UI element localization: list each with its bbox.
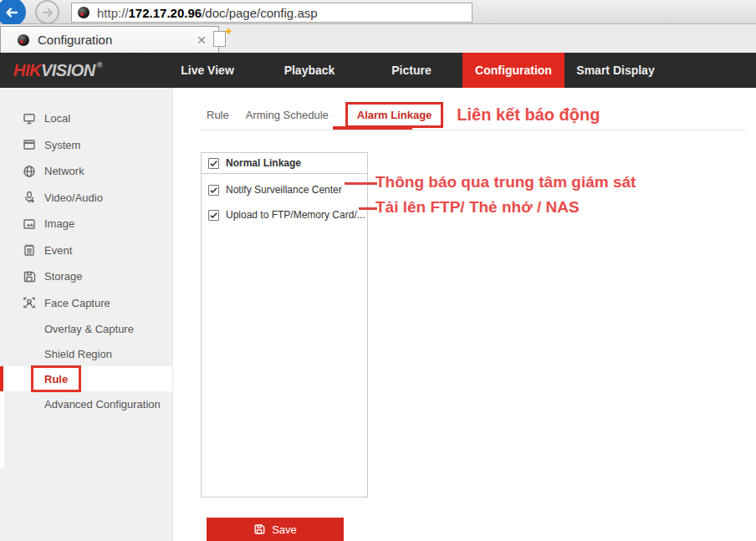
sidebar-item-rule[interactable]: Rule [0,366,172,391]
microphone-icon [23,191,36,204]
event-icon [23,243,36,257]
annotation-note-upload: Tải lên FTP/ Thẻ nhớ / NAS [375,198,580,217]
save-button-label: Save [272,523,297,536]
site-favicon-icon [78,7,89,18]
normal-linkage-panel: Normal Linkage Notify Surveillance Cente… [201,152,368,498]
linkage-item-label: Upload to FTP/Memory Card/... [226,209,365,221]
url-path: /doc/page/config.asp [202,6,317,20]
sidebar-item-local[interactable]: Local [0,105,172,132]
sidebar-item-advanced-configuration[interactable]: Advanced Configuration [0,391,172,416]
url-text: http://172.17.20.96/doc/page/config.asp [97,6,318,20]
monitor-icon [23,112,36,125]
annotation-note-notify: Thông báo qua trung tâm giám sát [375,173,636,191]
tab-favicon-icon [18,34,29,46]
check-icon [209,211,218,220]
app-nav-bar: HIKVISION® Live View Playback Picture Co… [0,53,756,88]
save-button[interactable]: Save [207,518,344,541]
annotation-tab-note: Liên kết báo động [457,105,600,125]
logo-vision: VISION [41,61,95,80]
tab-title: Configuration [38,33,193,47]
sidebar-item-shield-region[interactable]: Shield Region [0,341,172,366]
main-content: Rule Arming Schedule Alarm Linkage Liên … [173,88,756,541]
new-tab-button[interactable]: ✦ [212,30,232,50]
logo-registered-mark: ® [97,61,102,69]
linkage-item-upload: Upload to FTP/Memory Card/... [202,202,367,227]
tab-rule[interactable]: Rule [207,109,229,121]
storage-icon [23,270,36,283]
url-scheme: http:// [97,6,129,20]
face-capture-icon [23,296,36,309]
save-floppy-icon [253,523,265,535]
nav-item-picture[interactable]: Picture [360,53,462,88]
annotation-box-rule: Rule [31,365,81,392]
annotation-line-notify [345,182,377,185]
nav-item-playback[interactable]: Playback [258,53,360,88]
nav-item-configuration[interactable]: Configuration [462,53,564,88]
sidebar-item-video-audio[interactable]: Video/Audio [0,185,172,212]
sidebar-item-network[interactable]: Network [0,158,172,185]
sidebar-item-overlay-capture[interactable]: Overlay & Capture [0,316,172,341]
sidebar-item-system[interactable]: System [0,132,172,159]
image-icon [23,217,36,231]
panel-header: Normal Linkage [202,153,367,174]
tab-close-icon[interactable]: ✕ [193,33,210,47]
tabs-separator [201,130,746,130]
url-input[interactable]: http://172.17.20.96/doc/page/config.asp [71,3,472,23]
linkage-item-notify: Notify Surveillance Center [202,177,367,202]
panel-header-label: Normal Linkage [226,157,301,169]
sidebar: Local System Network Video/Audio Image E… [0,88,173,541]
tab-alarm-linkage[interactable]: Alarm Linkage [345,102,444,128]
browser-address-bar: http://172.17.20.96/doc/page/config.asp [0,0,756,24]
upload-ftp-memory-card-checkbox[interactable] [208,210,219,221]
content-tabs: Rule Arming Schedule Alarm Linkage Liên … [207,101,600,128]
tab-arming-schedule[interactable]: Arming Schedule [246,109,329,121]
annotation-line-upload [359,207,377,210]
sidebar-item-event[interactable]: Event [0,237,172,264]
linkage-item-label: Notify Surveillance Center [226,184,342,196]
forward-arrow-icon [40,5,55,20]
check-icon [209,186,218,195]
back-button[interactable] [0,0,26,27]
sidebar-item-face-capture[interactable]: Face Capture [0,290,172,317]
panel-items: Notify Surveillance Center Upload to FTP… [202,174,367,227]
browser-tab-configuration[interactable]: Configuration ✕ [0,26,219,53]
check-icon [209,159,218,168]
hikvision-logo: HIKVISION® [13,53,102,88]
browser-tab-bar: Configuration ✕ ✦ [0,24,756,53]
sidebar-item-image[interactable]: Image [0,211,172,237]
new-tab-star-icon: ✦ [224,25,233,38]
url-host: 172.17.20.96 [129,6,202,20]
forward-button[interactable] [35,0,59,24]
nav-item-live-view[interactable]: Live View [156,53,258,88]
window-icon [23,138,36,151]
notify-surveillance-center-checkbox[interactable] [208,185,219,196]
globe-icon [23,165,36,178]
nav-items: Live View Playback Picture Configuration… [156,53,667,88]
selected-indicator-bar-overlay [0,366,3,391]
sidebar-item-storage[interactable]: Storage [0,263,172,290]
back-arrow-icon [3,4,20,21]
logo-hik: HIK [13,61,41,80]
nav-item-smart-display[interactable]: Smart Display [564,53,667,88]
normal-linkage-checkbox[interactable] [208,158,219,169]
